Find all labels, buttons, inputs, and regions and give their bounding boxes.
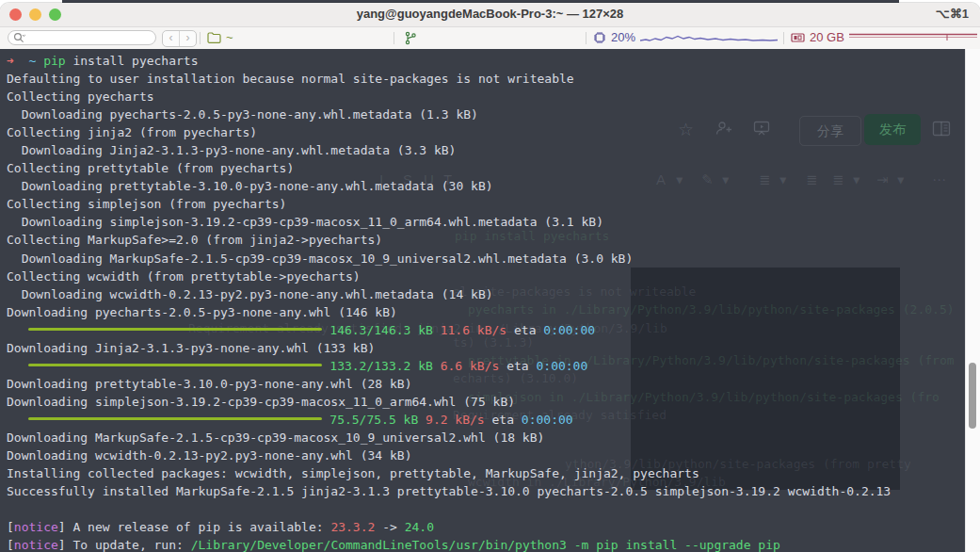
search-icon [13, 32, 25, 44]
path-label: ~ [226, 30, 233, 44]
ghost-toolbar-glyph: ▾ [897, 171, 905, 188]
titlebar: yang@guoyangdeMacBook-Pro-3:~ — 127×28 ⌥… [0, 3, 980, 27]
back-button[interactable]: ‹ [163, 31, 179, 46]
search-input[interactable] [25, 31, 142, 44]
window-title: yang@guoyangdeMacBook-Pro-3:~ — 127×28 [0, 7, 980, 21]
memory-status: 20 GB [791, 30, 977, 44]
terminal-line: Collecting pyecharts [7, 88, 891, 106]
terminal-line: Downloading Jinja2-3.1.3-py3-none-any.wh… [7, 141, 891, 159]
terminal-line: Installing collected packages: wcwidth, … [7, 464, 891, 482]
terminal-content[interactable]: ☆ 分享 发布 ISUTA▾✎▾≣▾≣≣▾⇥▾⋯pip install pyec… [0, 49, 966, 552]
git-branch-icon[interactable] [405, 31, 416, 49]
folder-icon [207, 32, 221, 43]
cpu-percent-label: 20% [611, 30, 635, 44]
memory-label: 20 GB [810, 30, 844, 44]
nav-buttons: ‹ › [162, 30, 197, 47]
terminal-line: Downloading prettytable-3.10.0-py3-none-… [7, 375, 891, 393]
terminal-line: Downloading MarkupSafe-2.1.5-cp39-cp39-m… [7, 250, 891, 268]
toolbar-divider [200, 32, 201, 44]
terminal-line: Downloading Jinja2-3.1.3-py3-none-any.wh… [7, 339, 891, 357]
progress-bar [28, 417, 322, 420]
terminal-line: 75.5/75.5 kB 9.2 kB/s eta 0:00:00 [7, 411, 891, 429]
terminal-line: 146.3/146.3 kB 11.6 kB/s eta 0:00:00 [7, 321, 891, 339]
scrollbar-thumb[interactable] [969, 363, 976, 429]
terminal-line: Downloading simplejson-3.19.2-cp39-cp39-… [7, 213, 891, 231]
toolbar-divider [586, 32, 586, 44]
layout-columns-icon [932, 121, 951, 137]
terminal-line: [notice] A new release of pip is availab… [7, 518, 891, 536]
terminal-line: Downloading pyecharts-2.0.5-py3-none-any… [7, 303, 891, 321]
cpu-status: 20% [593, 30, 778, 44]
terminal-line: Downloading wcwidth-0.2.13-py2.py3-none-… [7, 285, 891, 303]
terminal-line: Collecting simplejson (from pyecharts) [7, 195, 891, 213]
terminal-line: Collecting MarkupSafe>=2.0 (from jinja2-… [7, 231, 891, 249]
terminal-line: Successfully installed MarkupSafe-2.1.5 … [7, 482, 891, 500]
cpu-sparkline [640, 31, 778, 43]
memory-graph [849, 31, 977, 43]
current-directory[interactable]: ~ [207, 30, 233, 44]
terminal-line: [notice] To update, run: /Library/Develo… [7, 536, 891, 552]
terminal-line: Collecting prettytable (from pyecharts) [7, 159, 891, 177]
progress-bar [28, 364, 322, 366]
toolbar-divider [394, 32, 394, 44]
terminal-line: Downloading pyecharts-2.0.5-py3-none-any… [7, 106, 891, 123]
window-shortcut-badge: ⌥⌘1 [936, 7, 969, 21]
cpu-icon [593, 31, 606, 44]
toolbar-divider [783, 32, 784, 44]
terminal-window: yang@guoyangdeMacBook-Pro-3:~ — 127×28 ⌥… [0, 3, 980, 552]
terminal-line: Defaulting to user installation because … [7, 70, 891, 88]
terminal-line: 133.2/133.2 kB 6.6 kB/s eta 0:00:00 [7, 357, 891, 375]
terminal-line: ➜ ~ pip install pyecharts [7, 52, 891, 70]
forward-button[interactable]: › [179, 31, 196, 46]
ghost-toolbar-glyph: ⋯ [932, 171, 946, 188]
search-field[interactable] [8, 30, 156, 45]
terminal-output: ➜ ~ pip install pyechartsDefaulting to u… [7, 52, 891, 552]
memory-icon [791, 32, 805, 43]
terminal-line: Downloading wcwidth-0.2.13-py2.py3-none-… [7, 446, 891, 464]
screen: yang@guoyangdeMacBook-Pro-3:~ — 127×28 ⌥… [0, 0, 980, 552]
progress-bar [28, 328, 322, 331]
terminal-line: Collecting jinja2 (from pyecharts) [7, 123, 891, 141]
terminal-line: Downloading MarkupSafe-2.1.5-cp39-cp39-m… [7, 429, 891, 446]
terminal-line [7, 500, 891, 518]
background-page-strip [965, 49, 980, 552]
terminal-line: Downloading simplejson-3.19.2-cp39-cp39-… [7, 393, 891, 411]
terminal-line: Downloading prettytable-3.10.0-py3-none-… [7, 177, 891, 195]
terminal-line: Collecting wcwidth (from prettytable->py… [7, 268, 891, 285]
status-toolbar: ‹ › ~ 20% 20 GB [0, 27, 980, 50]
